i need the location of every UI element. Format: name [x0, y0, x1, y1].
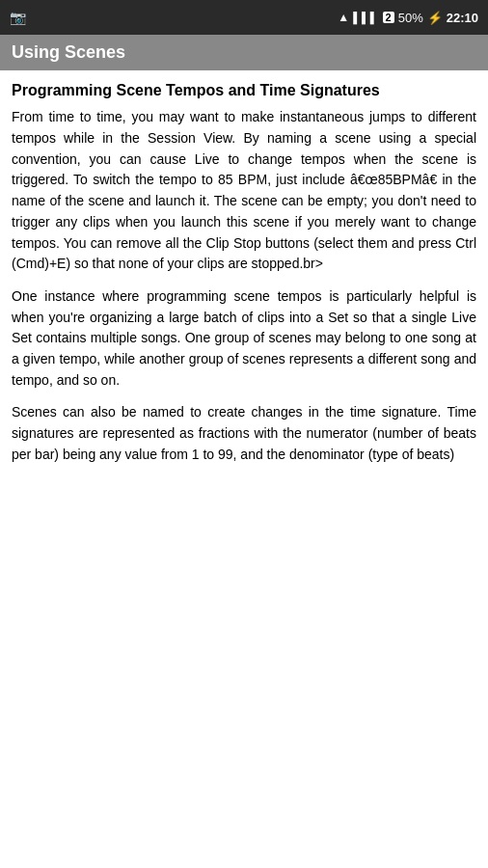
status-right: ▲ ▌▌▌ 2 50% ⚡ 22:10 — [338, 11, 478, 25]
page-title: Using Scenes — [12, 42, 125, 62]
battery-icon: ⚡ — [427, 11, 443, 25]
time-display: 22:10 — [447, 11, 478, 25]
battery-percentage: 50% — [398, 11, 423, 25]
article-title: Programming Scene Tempos and Time Signat… — [12, 80, 476, 101]
article-body: From time to time, you may want to make … — [12, 107, 476, 465]
title-bar: Using Scenes — [0, 35, 488, 70]
paragraph-3: Scenes can also be named to create chang… — [12, 402, 476, 465]
signal-icon: ▌▌▌ — [353, 12, 378, 23]
status-left: 📷 — [10, 10, 26, 25]
paragraph-1: From time to time, you may want to make … — [12, 107, 476, 275]
data-indicator: 2 — [383, 12, 394, 23]
status-bar: 📷 ▲ ▌▌▌ 2 50% ⚡ 22:10 — [0, 0, 488, 35]
content-area: Programming Scene Tempos and Time Signat… — [0, 70, 488, 865]
camera-icon: 📷 — [10, 10, 26, 25]
paragraph-2: One instance where programming scene tem… — [12, 286, 476, 391]
wifi-icon: ▲ — [338, 11, 349, 24]
